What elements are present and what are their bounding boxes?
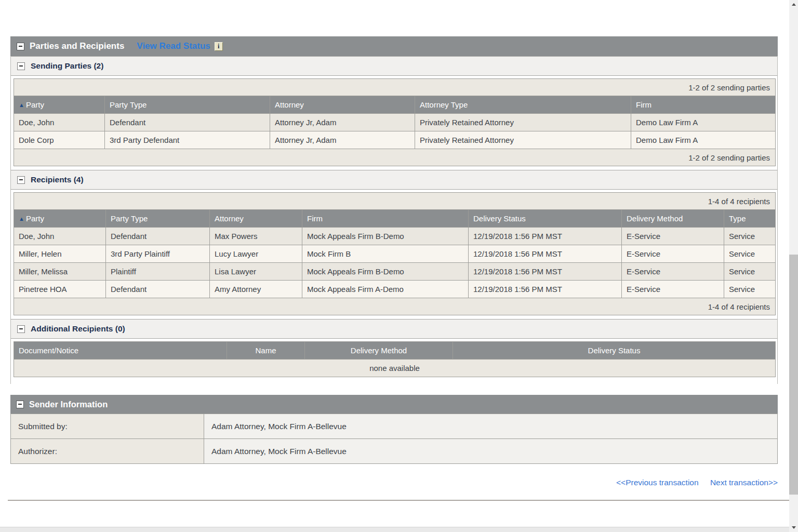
table-cell: Dole Corp [14, 131, 105, 149]
table-cell: Service [724, 263, 776, 281]
table-cell: E-Service [622, 281, 724, 298]
column-header-party-type[interactable]: Party Type [106, 210, 210, 228]
table-cell: E-Service [622, 228, 724, 245]
table-cell: Defendant [106, 281, 210, 298]
table-cell: Miller, Helen [14, 245, 106, 263]
collapse-minus-icon[interactable] [17, 325, 25, 333]
column-header-firm[interactable]: Firm [302, 210, 469, 228]
table-cell: Service [724, 281, 776, 298]
pager-row: 1-4 of 4 recipients [14, 298, 776, 315]
table-cell: Attorney Jr, Adam [270, 114, 415, 131]
collapse-minus-icon[interactable] [16, 401, 24, 408]
pager-text: 1-2 of 2 sending parties [14, 149, 776, 166]
submitted-by-label: Submitted by: [11, 414, 204, 439]
transaction-nav: <<Previous transaction Next transaction>… [616, 478, 778, 487]
table-header-row: ▲Party Party Type Attorney Attorney Type… [14, 96, 776, 114]
additional-recipients-table: Document/Notice Name Delivery Method Del… [14, 341, 776, 377]
table-header-row: Document/Notice Name Delivery Method Del… [14, 342, 776, 360]
column-header-delivery-status[interactable]: Delivery Status [469, 210, 622, 228]
collapse-minus-icon[interactable] [17, 62, 25, 70]
sort-ascending-icon: ▲ [19, 102, 24, 108]
arrow-up-icon [792, 3, 796, 6]
table-cell: 12/19/2018 1:56 PM MST [469, 245, 622, 263]
column-header-party[interactable]: ▲Party [14, 96, 105, 114]
empty-message: none available [14, 360, 776, 377]
table-row: Authorizer: Adam Attorney, Mock Firm A-B… [11, 439, 778, 464]
table-cell: 3rd Party Defendant [105, 131, 270, 149]
sort-ascending-icon: ▲ [19, 216, 24, 222]
table-row: Doe, John Defendant Max Powers Mock Appe… [14, 228, 776, 245]
column-header-name: Name [227, 342, 305, 360]
table-cell: Plaintiff [106, 263, 210, 281]
section-title: Additional Recipients (0) [31, 324, 125, 334]
table-row: Miller, Helen 3rd Party Plaintiff Lucy L… [14, 245, 776, 263]
table-cell: Doe, John [14, 114, 105, 131]
table-cell: 12/19/2018 1:56 PM MST [469, 281, 622, 298]
horizontal-divider [8, 500, 790, 501]
table-cell: E-Service [622, 263, 724, 281]
sending-parties-section-header: Sending Parties (2) [11, 56, 777, 76]
arrow-down-icon [792, 526, 796, 529]
sending-parties-table: 1-2 of 2 sending parties ▲Party Party Ty… [14, 78, 776, 166]
collapse-minus-icon[interactable] [17, 176, 25, 184]
recipients-table: 1-4 of 4 recipients ▲Party Party Type At… [14, 192, 776, 315]
section-title: Recipients (4) [31, 175, 84, 184]
table-cell: Max Powers [210, 228, 302, 245]
column-header-attorney[interactable]: Attorney [270, 96, 415, 114]
column-header-party-type[interactable]: Party Type [105, 96, 270, 114]
pager-text: 1-2 of 2 sending parties [14, 79, 776, 96]
column-header-attorney[interactable]: Attorney [210, 210, 302, 228]
column-label: Party [26, 214, 44, 223]
pager-row: 1-2 of 2 sending parties [14, 149, 776, 166]
column-header-firm[interactable]: Firm [631, 96, 776, 114]
scroll-down-button[interactable] [789, 523, 798, 532]
table-row: Pinetree HOA Defendant Amy Attorney Mock… [14, 281, 776, 298]
column-header-delivery-status: Delivery Status [453, 342, 776, 360]
table-cell: Privately Retained Attorney [415, 114, 631, 131]
authorizer-label: Authorizer: [11, 439, 204, 464]
scroll-up-button[interactable] [789, 0, 798, 9]
table-cell: Amy Attorney [210, 281, 302, 298]
sender-information-panel: Sender Information Submitted by: Adam At… [10, 395, 778, 464]
table-cell: 12/19/2018 1:56 PM MST [469, 228, 622, 245]
recipients-section-header: Recipients (4) [11, 170, 777, 190]
scrollbar-thumb[interactable] [789, 255, 798, 495]
pager-row: 1-4 of 4 recipients [14, 193, 776, 210]
column-label: Party [26, 100, 44, 109]
column-header-party[interactable]: ▲Party [14, 210, 106, 228]
next-transaction-link[interactable]: Next transaction>> [710, 478, 778, 487]
vertical-scrollbar[interactable] [789, 0, 798, 532]
table-cell: Mock Appeals Firm A-Demo [302, 281, 469, 298]
view-read-status-link[interactable]: View Read Status [137, 41, 210, 51]
column-header-attorney-type[interactable]: Attorney Type [415, 96, 631, 114]
column-header-type[interactable]: Type [724, 210, 776, 228]
table-cell: Defendant [105, 114, 270, 131]
table-row: Dole Corp 3rd Party Defendant Attorney J… [14, 131, 776, 149]
table-cell: Attorney Jr, Adam [270, 131, 415, 149]
parties-and-recipients-panel: Parties and Recipients View Read Status … [10, 36, 778, 384]
table-cell: Mock Appeals Firm B-Demo [302, 263, 469, 281]
submitted-by-value: Adam Attorney, Mock Firm A-Bellevue [204, 414, 778, 439]
table-cell: Demo Law Firm A [631, 131, 776, 149]
table-cell: Pinetree HOA [14, 281, 106, 298]
table-header-row: ▲Party Party Type Attorney Firm Delivery… [14, 210, 776, 228]
table-row: Miller, Melissa Plaintiff Lisa Lawyer Mo… [14, 263, 776, 281]
previous-transaction-link[interactable]: <<Previous transaction [616, 478, 699, 487]
parties-panel-header: Parties and Recipients View Read Status … [10, 36, 778, 56]
table-cell: Miller, Melissa [14, 263, 106, 281]
table-row: none available [14, 360, 776, 377]
sender-information-table: Submitted by: Adam Attorney, Mock Firm A… [10, 414, 778, 464]
info-icon[interactable]: i [215, 42, 223, 51]
table-cell: 12/19/2018 1:56 PM MST [469, 263, 622, 281]
table-cell: Lucy Lawyer [210, 245, 302, 263]
table-cell: Mock Firm B [302, 245, 469, 263]
table-cell: E-Service [622, 245, 724, 263]
column-header-delivery-method[interactable]: Delivery Method [622, 210, 724, 228]
column-header-document-notice: Document/Notice [14, 342, 227, 360]
next-section-edge [0, 527, 789, 532]
collapse-minus-icon[interactable] [17, 43, 24, 50]
table-cell: Lisa Lawyer [210, 263, 302, 281]
panel-title: Parties and Recipients [30, 41, 124, 51]
table-row: Submitted by: Adam Attorney, Mock Firm A… [11, 414, 778, 439]
table-cell: Privately Retained Attorney [415, 131, 631, 149]
